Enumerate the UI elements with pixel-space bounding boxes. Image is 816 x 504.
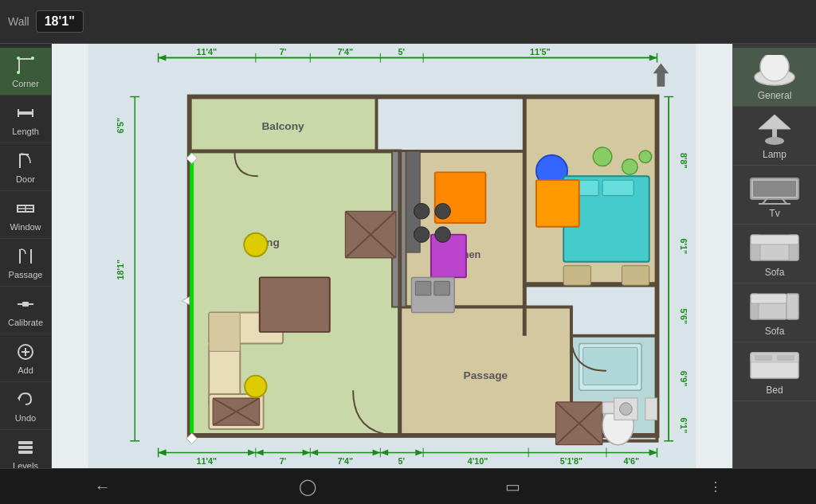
svg-point-125 [414, 227, 430, 243]
svg-rect-174 [777, 355, 794, 361]
tool-door[interactable]: Door [0, 143, 51, 191]
corner-icon [14, 54, 37, 76]
svg-rect-5 [32, 109, 33, 117]
passage-label: Passage [9, 270, 43, 279]
general-preview [747, 53, 802, 88]
tool-undo[interactable]: Undo [0, 382, 51, 430]
svg-text:6'5": 6'5" [116, 118, 125, 134]
passage-icon [14, 245, 37, 268]
svg-text:4'6": 4'6" [623, 456, 639, 466]
canvas-area[interactable]: 11'4" 7' 7'4" 5' 11'5" 11'4" 7' 7'4" [52, 44, 732, 468]
svg-rect-4 [18, 109, 19, 117]
lamp-preview [747, 111, 802, 147]
recent-button[interactable]: ▭ [481, 473, 544, 500]
furniture-tv[interactable]: Tv [733, 166, 816, 225]
svg-point-135 [620, 403, 633, 416]
furniture-lamp[interactable]: Lamp [733, 107, 816, 166]
svg-rect-19 [18, 441, 33, 444]
svg-rect-168 [787, 294, 798, 319]
svg-point-1 [17, 71, 20, 74]
svg-rect-98 [260, 277, 330, 331]
length-label: Length [12, 127, 39, 136]
svg-rect-20 [18, 446, 33, 449]
svg-point-157 [765, 137, 784, 145]
tool-levels[interactable]: Levels [0, 430, 51, 468]
svg-rect-118 [622, 266, 649, 285]
lamp-label: Lamp [763, 149, 787, 160]
svg-point-0 [17, 57, 20, 60]
svg-text:7': 7' [280, 456, 287, 466]
add-icon [14, 341, 37, 363]
sofa2-label: Sofa [765, 326, 785, 337]
window-icon [14, 197, 37, 220]
svg-rect-166 [751, 235, 798, 244]
tool-add[interactable]: Add [0, 334, 51, 382]
furniture-general[interactable]: General [733, 48, 816, 107]
svg-rect-12 [30, 249, 32, 264]
levels-label: Levels [13, 461, 38, 468]
door-label: Door [16, 174, 35, 184]
tv-preview [747, 170, 802, 206]
back-button[interactable]: ← [70, 474, 134, 500]
add-label: Add [18, 365, 33, 375]
main-content: Corner Length Door Window Passage [0, 44, 816, 468]
svg-rect-97 [209, 312, 240, 351]
svg-rect-170 [751, 294, 787, 303]
sofa1-label: Sofa [765, 267, 785, 278]
wall-label: Wall [8, 15, 29, 28]
tool-passage[interactable]: Passage [0, 239, 51, 287]
svg-rect-3 [18, 111, 33, 115]
calibrate-icon [14, 293, 37, 315]
svg-text:7'4": 7'4" [338, 456, 354, 466]
svg-rect-117 [563, 266, 590, 285]
sofa2-preview [747, 288, 802, 324]
svg-point-126 [435, 227, 451, 243]
svg-text:7'4": 7'4" [338, 47, 354, 57]
svg-point-124 [435, 203, 451, 219]
svg-rect-14 [22, 302, 29, 307]
furniture-sofa2[interactable]: Sofa [733, 283, 816, 342]
svg-text:8'8": 8'8" [679, 153, 688, 169]
svg-rect-122 [536, 180, 579, 227]
svg-text:6'9": 6'9" [679, 371, 688, 387]
svg-rect-11 [19, 249, 21, 264]
svg-text:Balcony: Balcony [261, 120, 304, 132]
svg-rect-21 [18, 451, 33, 454]
tool-window[interactable]: Window [0, 191, 51, 239]
window-label: Window [10, 222, 41, 232]
undo-icon [14, 389, 37, 411]
svg-point-154 [760, 55, 789, 81]
tool-length[interactable]: Length [0, 96, 51, 143]
svg-rect-136 [645, 398, 657, 420]
door-icon [14, 150, 37, 172]
svg-text:5'1'8": 5'1'8" [560, 456, 583, 466]
svg-rect-112 [431, 235, 466, 278]
right-sidebar: General Lamp T [732, 44, 816, 468]
home-button[interactable]: ◯ [275, 473, 340, 500]
tool-corner[interactable]: Corner [0, 48, 51, 96]
svg-point-110 [245, 376, 266, 397]
svg-point-2 [31, 57, 34, 60]
bottom-nav-bar: ← ◯ ▭ ⋮ [0, 468, 816, 504]
levels-icon [14, 436, 37, 459]
svg-rect-173 [755, 355, 772, 361]
svg-rect-116 [602, 180, 634, 196]
top-bar: Wall 18'1" [0, 0, 816, 44]
svg-rect-6 [19, 154, 21, 168]
corner-label: Corner [12, 79, 39, 88]
calibrate-label: Calibrate [8, 318, 43, 327]
furniture-bed[interactable]: Bed [733, 342, 816, 401]
svg-text:11'5": 11'5" [530, 47, 551, 57]
left-sidebar: Corner Length Door Window Passage [0, 44, 52, 468]
menu-button[interactable]: ⋮ [685, 475, 746, 498]
svg-point-109 [244, 233, 267, 256]
svg-text:5': 5' [398, 47, 405, 57]
svg-text:6'1": 6'1" [679, 417, 688, 433]
sofa1-preview [747, 229, 802, 265]
floor-plan-svg: 11'4" 7' 7'4" 5' 11'5" 11'4" 7' 7'4" [52, 44, 732, 468]
svg-rect-128 [415, 281, 431, 295]
furniture-sofa1[interactable]: Sofa [733, 225, 816, 283]
tool-calibrate[interactable]: Calibrate [0, 287, 51, 334]
svg-point-121 [639, 150, 652, 163]
tv-label: Tv [769, 208, 779, 219]
